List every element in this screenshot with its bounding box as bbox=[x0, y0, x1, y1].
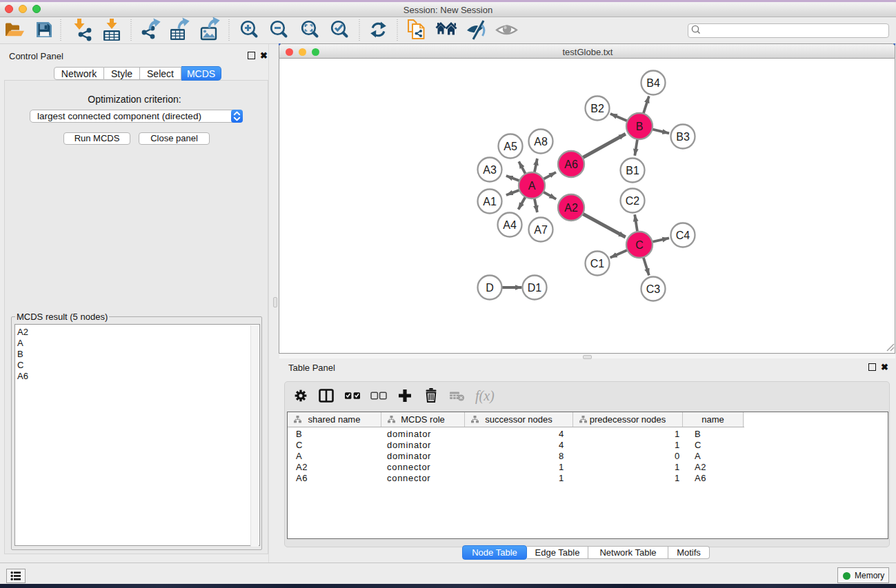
svg-text:C: C bbox=[635, 239, 644, 251]
svg-text:A8: A8 bbox=[534, 136, 548, 148]
svg-text:A7: A7 bbox=[534, 224, 548, 236]
svg-text:C4: C4 bbox=[676, 230, 690, 241]
svg-text:B1: B1 bbox=[626, 165, 639, 176]
svg-text:A5: A5 bbox=[504, 141, 517, 152]
svg-text:C3: C3 bbox=[646, 283, 661, 295]
svg-text:D1: D1 bbox=[528, 282, 542, 294]
svg-text:B4: B4 bbox=[646, 77, 660, 89]
svg-text:B2: B2 bbox=[590, 103, 604, 114]
svg-text:D: D bbox=[486, 282, 494, 294]
svg-text:A6: A6 bbox=[564, 159, 578, 170]
svg-text:A1: A1 bbox=[483, 196, 497, 207]
svg-text:A: A bbox=[528, 180, 536, 192]
svg-text:B3: B3 bbox=[676, 131, 690, 143]
svg-text:A3: A3 bbox=[483, 164, 497, 176]
svg-text:C1: C1 bbox=[590, 258, 605, 270]
svg-text:A4: A4 bbox=[503, 219, 517, 231]
svg-text:A2: A2 bbox=[564, 202, 578, 214]
svg-text:B: B bbox=[636, 121, 644, 132]
svg-text:f(x): f(x) bbox=[475, 388, 495, 404]
svg-text:C2: C2 bbox=[626, 195, 640, 207]
